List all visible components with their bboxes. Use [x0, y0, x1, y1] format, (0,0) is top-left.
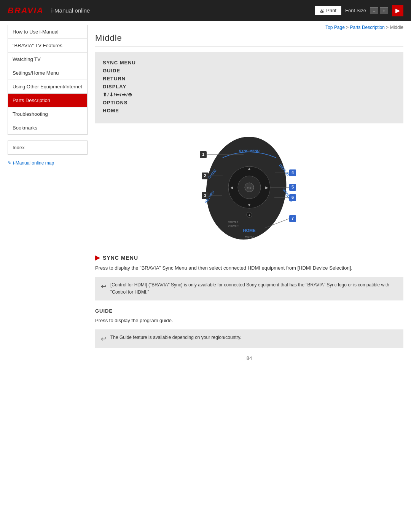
diagram-label-arrows: ⬆/⬇/⬅/➡/⊕ — [103, 92, 396, 97]
svg-text:7: 7 — [292, 216, 294, 220]
page-number: 84 — [95, 355, 403, 369]
sidebar-item-troubleshooting[interactable]: Troubleshooting — [8, 107, 87, 121]
header: BRAVIA i-Manual online 🖨 Print Font Size… — [0, 0, 411, 21]
svg-text:VOLVER: VOLVER — [228, 225, 239, 227]
svg-text:✦: ✦ — [248, 214, 251, 217]
remote-svg: SYNC MENU GUIDE DISPLAY RETURN OPTIONS — [131, 131, 367, 245]
sync-menu-header: ▶ SYNC MENU — [95, 254, 403, 261]
svg-text:4: 4 — [292, 170, 294, 175]
content: Top Page > Parts Description > Middle Mi… — [95, 25, 403, 369]
svg-text:2: 2 — [204, 173, 206, 178]
sync-menu-note-box: ↩ [Control for HDMI] ("BRAVIA" Sync) is … — [95, 277, 403, 300]
main-layout: How to Use i-Manual "BRAVIA" TV Features… — [0, 21, 411, 372]
svg-text:1: 1 — [202, 152, 204, 157]
sync-menu-description: Press to display the "BRAVIA" Sync Menu … — [95, 264, 403, 272]
diagram-label-home: HOME — [103, 108, 396, 113]
bravia-logo: BRAVIA — [8, 6, 44, 16]
guide-description: Press to display the program guide. — [95, 317, 403, 325]
remote-container: SYNC MENU GUIDE DISPLAY RETURN OPTIONS — [95, 131, 403, 246]
sidebar-item-other-equipment[interactable]: Using Other Equipment/Internet — [8, 80, 87, 94]
page-title: Middle — [95, 33, 403, 46]
sidebar: How to Use i-Manual "BRAVIA" TV Features… — [8, 25, 88, 369]
diagram-label-display: DISPLAY — [103, 84, 396, 89]
svg-text:▼: ▼ — [247, 203, 251, 207]
remote-illustration: SYNC MENU GUIDE DISPLAY RETURN OPTIONS — [131, 131, 367, 246]
svg-text:VOLTAR: VOLTAR — [228, 221, 239, 224]
note-icon-2: ↩ — [101, 335, 107, 343]
svg-text:3: 3 — [204, 193, 206, 198]
diagram-label-sync-menu: SYNC MENU — [103, 60, 396, 66]
svg-text:5: 5 — [292, 185, 294, 189]
svg-text:OK: OK — [247, 186, 252, 190]
svg-text:▲: ▲ — [247, 166, 251, 171]
svg-text:HOME: HOME — [243, 228, 256, 233]
svg-text:6: 6 — [292, 195, 294, 200]
guide-note-box: ↩ The Guide feature is available dependi… — [95, 329, 403, 348]
diagram-label-guide: GUIDE — [103, 68, 396, 73]
font-size-label: Font Size — [345, 8, 366, 13]
font-size-controls: – + — [370, 7, 388, 14]
sidebar-item-parts-description[interactable]: Parts Description — [8, 94, 87, 107]
sidebar-item-watching-tv[interactable]: Watching TV — [8, 53, 87, 66]
next-arrow-button[interactable]: ▶ — [392, 5, 403, 16]
diagram-labels: SYNC MENU GUIDE RETURN DISPLAY ⬆/⬇/⬅/➡/⊕… — [103, 60, 396, 113]
breadcrumb-separator2: > — [386, 25, 390, 30]
note-icon-1: ↩ — [101, 282, 107, 291]
breadcrumb-separator1: > — [346, 25, 350, 30]
diagram-label-return: RETURN — [103, 76, 396, 81]
svg-text:▶: ▶ — [265, 185, 268, 190]
breadcrumb-top-page[interactable]: Top Page — [325, 25, 345, 30]
sidebar-nav: How to Use i-Manual "BRAVIA" TV Features… — [8, 25, 88, 135]
sync-menu-title: SYNC MENU — [103, 255, 138, 261]
header-left: BRAVIA i-Manual online — [8, 6, 90, 16]
svg-text:◀: ◀ — [230, 185, 233, 190]
sidebar-item-bookmarks[interactable]: Bookmarks — [8, 121, 87, 134]
imanual-map-link[interactable]: ✎ i-Manual online map — [8, 160, 88, 166]
print-button[interactable]: 🖨 Print — [315, 6, 341, 15]
svg-text:SYNC MENU: SYNC MENU — [239, 149, 260, 153]
breadcrumb-current: Middle — [390, 25, 403, 30]
map-icon: ✎ — [8, 160, 11, 166]
sidebar-item-how-to-use[interactable]: How to Use i-Manual — [8, 25, 87, 39]
breadcrumb-parts-description[interactable]: Parts Description — [350, 25, 385, 30]
font-increase-button[interactable]: + — [380, 7, 388, 14]
guide-section: GUIDE Press to display the program guide… — [95, 308, 403, 348]
guide-title: GUIDE — [95, 308, 403, 314]
sidebar-item-index[interactable]: Index — [8, 141, 88, 155]
sidebar-item-bravia-features[interactable]: "BRAVIA" TV Features — [8, 39, 87, 53]
font-decrease-button[interactable]: – — [370, 7, 378, 14]
sidebar-item-settings[interactable]: Settings/Home Menu — [8, 66, 87, 80]
guide-note-text: The Guide feature is available depending… — [110, 334, 241, 341]
diagram-label-options: OPTIONS — [103, 100, 396, 105]
sync-menu-section: ▶ SYNC MENU Press to display the "BRAVIA… — [95, 254, 403, 300]
sync-menu-icon: ▶ — [95, 254, 100, 261]
svg-text:MENU: MENU — [245, 235, 254, 238]
diagram-box: SYNC MENU GUIDE RETURN DISPLAY ⬆/⬇/⬅/➡/⊕… — [95, 52, 403, 123]
sync-menu-note-text: [Control for HDMI] ("BRAVIA" Sync) is on… — [110, 281, 398, 296]
print-icon: 🖨 — [320, 8, 325, 13]
header-right: 🖨 Print Font Size – + ▶ — [315, 5, 403, 16]
header-subtitle: i-Manual online — [51, 7, 90, 14]
breadcrumb: Top Page > Parts Description > Middle — [95, 25, 403, 30]
